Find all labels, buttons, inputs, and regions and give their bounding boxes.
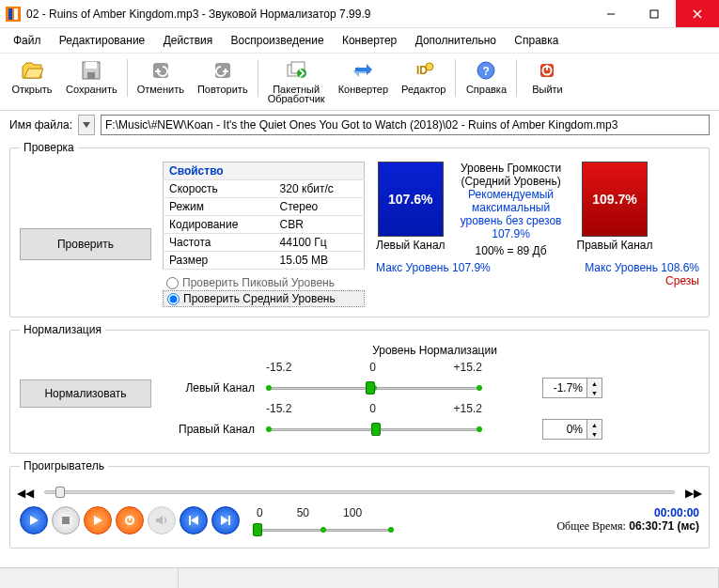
svg-rect-22 (62, 517, 70, 524)
normalization-title: Уровень Нормализации (170, 344, 699, 357)
file-label: Имя файла: (9, 118, 72, 132)
preview-button[interactable] (84, 506, 112, 534)
next-track-button[interactable] (211, 506, 240, 534)
check-fieldset: Проверка Проверить Свойство Скорость320 … (9, 141, 710, 317)
file-dropdown-button[interactable] (78, 115, 95, 135)
menubar: Файл Редактирование Действия Воспроизвед… (0, 28, 719, 54)
file-path-input[interactable] (101, 115, 710, 135)
statusbar (0, 567, 719, 588)
undo-button[interactable]: Отменить (132, 57, 190, 97)
menu-edit[interactable]: Редактирование (52, 32, 152, 49)
right-channel-slider[interactable] (266, 421, 482, 438)
save-button[interactable]: Сохранить (60, 57, 123, 97)
norm-right-label: Правый Канал (170, 423, 255, 436)
maximize-button[interactable] (633, 0, 676, 27)
svg-rect-8 (86, 62, 97, 69)
chevron-up-icon[interactable]: ▲ (586, 379, 602, 388)
chevron-down-icon[interactable]: ▼ (586, 388, 602, 397)
prev-track-button[interactable] (180, 506, 208, 534)
svg-rect-1 (8, 8, 12, 20)
open-button[interactable]: Открыть (6, 57, 58, 97)
volume-slider[interactable] (253, 521, 394, 538)
titlebar: 02 - Ruins of Amber Kingdom.mp3 - Звуков… (0, 0, 719, 28)
menu-extra[interactable]: Дополнительно (408, 32, 504, 49)
svg-point-16 (426, 63, 433, 70)
svg-point-14 (297, 69, 306, 78)
seek-slider[interactable] (33, 484, 686, 501)
chevron-down-icon[interactable]: ▼ (586, 429, 602, 439)
properties-header: Свойство (164, 162, 365, 180)
record-button[interactable] (116, 506, 144, 534)
normalization-legend: Нормализация (20, 323, 105, 336)
menu-playback[interactable]: Воспроизведение (224, 32, 332, 49)
left-channel-label: Левый Канал (376, 239, 445, 252)
radio-peak[interactable]: Проверить Пиковый Уровень (163, 275, 365, 290)
menu-file[interactable]: Файл (6, 32, 49, 49)
left-channel-meter: 107.6% (378, 162, 444, 237)
svg-rect-25 (189, 516, 191, 525)
play-button[interactable] (20, 506, 48, 534)
right-channel-meter: 109.7% (582, 162, 648, 237)
normalization-fieldset: Нормализация Нормализовать Уровень Норма… (9, 323, 710, 454)
converter-button[interactable]: Конвертер (333, 57, 394, 97)
batch-button[interactable]: ПакетныйОбработчик (262, 57, 331, 106)
svg-text:?: ? (483, 65, 490, 78)
redo-icon (211, 59, 234, 82)
file-row: Имя файла: (9, 115, 710, 135)
normalize-button[interactable]: Нормализовать (20, 379, 151, 408)
max-right-link[interactable]: Макс Уровень 108.6% (585, 261, 699, 274)
check-legend: Проверка (20, 141, 78, 154)
seek-back-icon[interactable]: ◀◀ (20, 487, 31, 500)
menu-actions[interactable]: Действия (156, 32, 221, 49)
menu-converter[interactable]: Конвертер (335, 32, 404, 49)
chevron-up-icon[interactable]: ▲ (586, 420, 602, 429)
radio-average[interactable]: Проверить Средний Уровень (163, 290, 365, 307)
close-button[interactable] (676, 0, 719, 27)
toolbar-separator (127, 59, 128, 97)
window-title: 02 - Ruins of Amber Kingdom.mp3 - Звуков… (26, 8, 589, 21)
exit-button[interactable]: Выйти (521, 57, 573, 97)
minimize-button[interactable] (589, 0, 633, 27)
toolbar-separator (455, 59, 456, 97)
clips-link[interactable]: Срезы (585, 274, 699, 287)
editor-icon: ID (413, 59, 435, 82)
seek-fwd-icon[interactable]: ▶▶ (688, 487, 699, 500)
left-value-stepper[interactable]: -1.7%▲▼ (542, 378, 602, 398)
menu-help[interactable]: Справка (507, 32, 566, 49)
help-icon: ? (475, 59, 497, 82)
power-icon (536, 59, 558, 82)
floppy-icon (80, 59, 102, 82)
converter-icon (352, 59, 374, 82)
app-icon (6, 7, 21, 22)
check-button[interactable]: Проверить (20, 228, 151, 260)
stop-button[interactable] (52, 506, 80, 534)
player-legend: Проигрыватель (20, 459, 108, 472)
right-value-stepper[interactable]: 0%▲▼ (542, 419, 602, 440)
help-button[interactable]: ?Справка (460, 57, 512, 97)
properties-table: Свойство Скорость320 кбит/с РежимСтерео … (163, 162, 365, 270)
folder-open-icon (21, 59, 43, 82)
max-left-link[interactable]: Макс Уровень 107.9% (376, 261, 491, 287)
left-channel-slider[interactable] (266, 379, 482, 396)
svg-rect-4 (650, 10, 658, 18)
speaker-button[interactable] (148, 506, 176, 534)
right-channel-label: Правый Канал (577, 239, 653, 252)
undo-icon (149, 59, 172, 82)
player-fieldset: Проигрыватель ◀◀ ▶▶ 050100 (9, 459, 710, 549)
norm-left-label: Левый Канал (170, 381, 255, 395)
total-time: 06:30:71 (мс) (629, 519, 699, 533)
current-time: 00:00:00 (407, 506, 699, 519)
svg-rect-0 (6, 7, 21, 22)
editor-button[interactable]: IDРедактор (396, 57, 451, 97)
toolbar-separator (258, 59, 258, 97)
svg-rect-26 (228, 516, 230, 525)
redo-button[interactable]: Повторить (192, 57, 254, 97)
toolbar: Открыть Сохранить Отменить Повторить Пак… (0, 54, 719, 111)
batch-icon (285, 59, 307, 82)
svg-rect-9 (87, 72, 95, 79)
svg-rect-2 (14, 8, 18, 20)
toolbar-separator (516, 59, 517, 97)
